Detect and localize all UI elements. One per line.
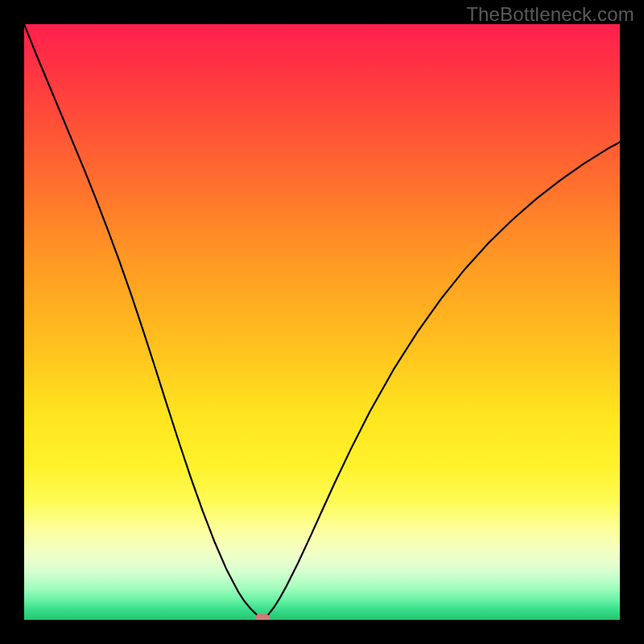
bottleneck-curve bbox=[24, 24, 620, 620]
watermark: TheBottleneck.com bbox=[466, 3, 634, 26]
plot-area bbox=[24, 24, 620, 620]
chart-frame: TheBottleneck.com bbox=[0, 0, 644, 644]
optimum-marker bbox=[255, 614, 270, 621]
curve-svg bbox=[24, 24, 620, 620]
